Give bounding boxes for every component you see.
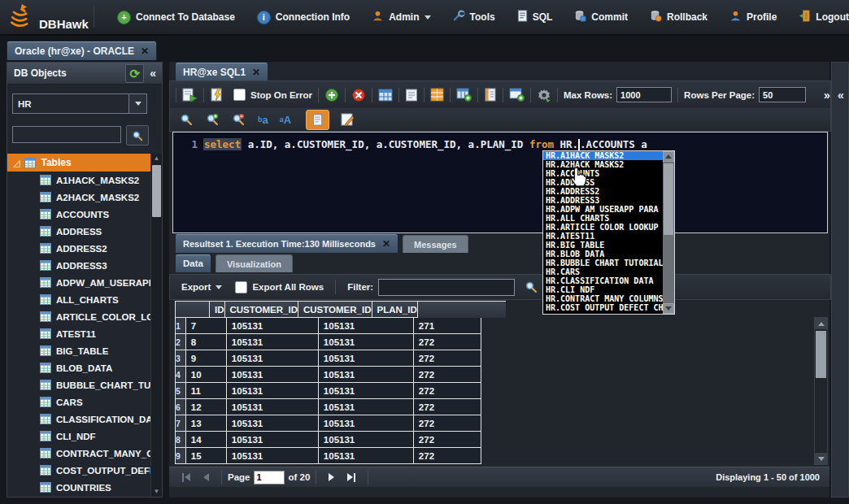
menu-tools[interactable]: Tools bbox=[453, 10, 495, 24]
scroll-down-icon[interactable] bbox=[663, 303, 674, 314]
autocomplete-item[interactable]: HR.ADDRESS3 bbox=[543, 196, 663, 205]
close-icon[interactable]: ✕ bbox=[252, 67, 260, 78]
table-tree-item[interactable]: ADDRESS2 bbox=[7, 240, 151, 257]
table-tree-item[interactable]: ADPW_AM_USERAPP_ bbox=[7, 274, 151, 291]
scroll-up-icon[interactable]: ▲ bbox=[151, 154, 162, 163]
autocomplete-item[interactable]: HR.ADPW_AM_USERAPP_PARA bbox=[543, 205, 663, 214]
result-text-button[interactable] bbox=[405, 89, 418, 102]
table-row[interactable]: 9 15 105131 105131 272 bbox=[176, 448, 506, 464]
new-table-button[interactable] bbox=[456, 88, 472, 102]
messages-tab[interactable]: Messages bbox=[403, 235, 468, 253]
column-header[interactable]: CUSTOMER_ID bbox=[298, 302, 372, 318]
tree-scrollbar[interactable]: ▲ ▼ bbox=[150, 154, 162, 497]
table-tree-item[interactable]: ADDRESS3 bbox=[7, 257, 151, 274]
filter-input[interactable] bbox=[378, 279, 515, 296]
format-sql-button[interactable] bbox=[306, 110, 329, 130]
collapse-panel-icon[interactable]: « bbox=[150, 67, 156, 80]
data-tab[interactable]: Data bbox=[175, 254, 211, 272]
cancel-query-button[interactable] bbox=[351, 88, 366, 102]
select-arrow[interactable] bbox=[128, 94, 146, 113]
table-tree-item[interactable]: ADDRESS bbox=[7, 223, 151, 240]
table-tree-item[interactable]: A2HACK_MASKS2 bbox=[7, 189, 151, 206]
autocomplete-item[interactable]: HR.BIG_TABLE bbox=[543, 241, 663, 250]
toolbar-overflow-icon[interactable]: » bbox=[824, 89, 830, 102]
scrollbar-thumb[interactable] bbox=[664, 163, 673, 235]
visualization-tab[interactable]: Visualization bbox=[216, 254, 293, 272]
lowercase-button[interactable]: ba bbox=[258, 114, 268, 126]
close-icon[interactable]: ✕ bbox=[382, 238, 390, 250]
menu-admin[interactable]: Admin bbox=[372, 10, 430, 24]
expand-panel-icon[interactable]: « bbox=[838, 89, 842, 102]
table-tree-item[interactable]: CONTRACT_MANY_CO bbox=[7, 445, 151, 462]
table-row[interactable]: 4 10 105131 105131 272 bbox=[176, 367, 506, 383]
first-page-button[interactable] bbox=[182, 473, 190, 482]
max-rows-input[interactable] bbox=[616, 87, 672, 102]
last-page-button[interactable] bbox=[347, 473, 355, 482]
object-search-input[interactable] bbox=[12, 126, 121, 143]
search-button[interactable] bbox=[126, 125, 149, 146]
schema-select[interactable]: HR bbox=[12, 93, 147, 114]
tree-node-tables[interactable]: ◿ Tables bbox=[7, 154, 151, 172]
export-all-rows-checkbox[interactable] bbox=[235, 281, 247, 293]
autocomplete-item[interactable]: HR.A1HACK_MASKS2 bbox=[543, 151, 663, 160]
execute-script-button[interactable] bbox=[210, 88, 225, 102]
resultset-tab[interactable]: Resultset 1. Execution Time:130 Millisec… bbox=[175, 233, 398, 253]
scroll-down-icon[interactable]: ▼ bbox=[151, 487, 162, 497]
scroll-up-icon[interactable] bbox=[815, 318, 827, 329]
table-tree-item[interactable]: CLASSIFICATION_DATA bbox=[7, 411, 151, 428]
settings-button[interactable] bbox=[537, 88, 551, 102]
table-tree-item[interactable]: ATEST11 bbox=[7, 325, 151, 342]
next-page-button[interactable] bbox=[329, 473, 334, 481]
autocomplete-item[interactable]: HR.BUBBLE_CHART_TUTORIAL bbox=[543, 259, 663, 267]
autocomplete-item[interactable]: HR.ARTICLE_COLOR_LOOKUP bbox=[543, 223, 663, 232]
menu-connection-info[interactable]: i Connection Info bbox=[257, 11, 350, 24]
export-menu-button[interactable]: Export bbox=[181, 282, 211, 292]
autocomplete-item[interactable]: HR.BLOB_DATA bbox=[543, 250, 663, 259]
table-tree-item[interactable]: ARTICLE_COLOR_LOO bbox=[7, 308, 151, 325]
chevron-down-icon[interactable] bbox=[216, 285, 222, 289]
table-tree-item[interactable]: ACCOUNTS bbox=[7, 206, 151, 223]
table-row[interactable]: 1 7 105131 105131 271 bbox=[176, 318, 506, 334]
export-excel-button[interactable] bbox=[430, 88, 444, 102]
menu-commit[interactable]: Commit bbox=[574, 10, 628, 24]
edit-sql-button[interactable] bbox=[341, 113, 355, 127]
table-row[interactable]: 5 11 105131 105131 272 bbox=[176, 383, 506, 399]
dropdown-scrollbar[interactable] bbox=[663, 151, 674, 314]
new-window-button[interactable] bbox=[509, 88, 525, 102]
autocomplete-item[interactable]: HR.ALL_CHARTS bbox=[543, 214, 663, 223]
table-tree-item[interactable]: CARS bbox=[7, 393, 151, 411]
autocomplete-item[interactable]: HR.CARS bbox=[543, 267, 663, 276]
column-header[interactable]: PLAN_ID bbox=[372, 302, 418, 318]
table-tree-item[interactable]: COST_OUTPUT_DEFE bbox=[7, 462, 151, 479]
add-sql-tab-button[interactable] bbox=[324, 88, 339, 102]
refresh-button[interactable]: ⟳ bbox=[125, 64, 144, 83]
autocomplete-item[interactable]: HR.CLASSIFICATION_DATA bbox=[543, 276, 663, 285]
session-tab-oracle[interactable]: Oracle (hr@xe) - ORACLE ✕ bbox=[7, 41, 157, 60]
table-row[interactable]: 7 13 105131 105131 272 bbox=[176, 415, 506, 432]
table-tree-item[interactable]: COUNTRIES bbox=[7, 479, 151, 496]
table-row[interactable]: 8 14 105131 105131 272 bbox=[176, 432, 506, 448]
uppercase-button[interactable]: aA bbox=[280, 114, 291, 126]
autocomplete-item[interactable]: HR.CLI_NDF bbox=[543, 285, 663, 294]
stop-on-error-checkbox[interactable] bbox=[233, 89, 246, 101]
autocomplete-item[interactable]: HR.ACCOUNTS bbox=[543, 169, 663, 178]
autocomplete-item[interactable]: HR.CONTRACT_MANY_COLUMNS bbox=[543, 294, 663, 303]
column-header[interactable]: CUSTOMER_ID bbox=[225, 302, 299, 318]
autocomplete-item[interactable]: HR.ADDRESS2 bbox=[543, 187, 663, 196]
menu-logout[interactable]: Logout bbox=[799, 10, 849, 24]
table-tree-item[interactable]: ALL_CHARTS bbox=[7, 291, 151, 308]
table-tree-item[interactable]: BIG_TABLE bbox=[7, 342, 151, 359]
autocomplete-item[interactable]: HR.ADDRESS bbox=[543, 178, 663, 187]
table-tree-item[interactable]: BLOB_DATA bbox=[7, 359, 151, 376]
apply-filter-button[interactable] bbox=[525, 280, 538, 293]
sql-editor-tab[interactable]: HR@xe SQL1 ✕ bbox=[175, 62, 268, 81]
autocomplete-item[interactable]: HR.ATEST11 bbox=[543, 232, 663, 241]
close-icon[interactable]: ✕ bbox=[141, 46, 149, 57]
table-row[interactable]: 6 12 105131 105131 272 bbox=[176, 399, 506, 415]
autocomplete-item[interactable]: HR.A2HACK_MASKS2 bbox=[543, 160, 663, 169]
menu-profile[interactable]: Profile bbox=[729, 10, 777, 24]
menu-connect-to-database[interactable]: + Connect To Database bbox=[117, 11, 235, 24]
table-tree-item[interactable]: CLI_NDF bbox=[7, 428, 151, 445]
scroll-up-icon[interactable] bbox=[663, 151, 674, 162]
table-row[interactable]: 2 8 105131 105131 272 bbox=[176, 334, 506, 350]
